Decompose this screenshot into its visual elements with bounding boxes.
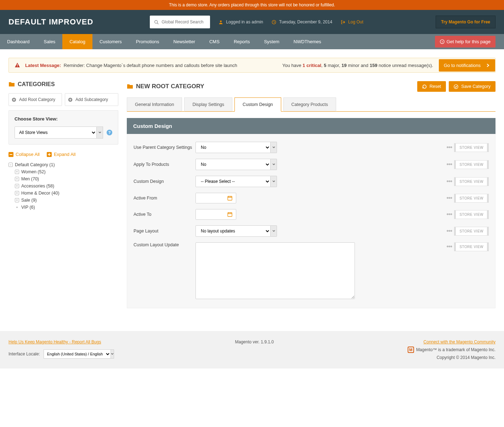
scope-dots-icon: ••• xyxy=(446,161,452,168)
tree-expand-icon[interactable]: + xyxy=(15,170,19,174)
sidebar: CATEGORIES Add Root Category Add Subcate… xyxy=(9,81,118,211)
sidebar-title: CATEGORIES xyxy=(9,81,118,88)
tree-node-men[interactable]: +Men (70) xyxy=(15,175,118,182)
tab-general-information[interactable]: General Information xyxy=(127,97,182,112)
chevron-down-icon xyxy=(272,146,275,149)
nav-reports[interactable]: Reports xyxy=(227,34,257,49)
logged-in-text: Logged in as admin xyxy=(226,19,263,24)
collapse-all-button[interactable]: Collapse All xyxy=(9,152,40,157)
nav-customers[interactable]: Customers xyxy=(92,34,129,49)
try-magento-button[interactable]: Try Magento Go for Free xyxy=(436,16,495,28)
chevron-down-icon xyxy=(272,163,275,166)
tree-collapse-icon[interactable]: − xyxy=(9,163,13,167)
message-text: Reminder: Change Magento`s default phone… xyxy=(62,63,237,68)
tree-expand-icon[interactable]: + xyxy=(15,191,19,195)
svg-point-2 xyxy=(220,20,222,22)
tab-display-settings[interactable]: Display Settings xyxy=(184,97,232,112)
select-dropdown-button[interactable] xyxy=(97,127,103,139)
select-dropdown-button[interactable] xyxy=(271,142,277,153)
report-bugs-link[interactable]: Help Us Keep Magento Healthy - Report Al… xyxy=(9,339,101,344)
calendar-icon[interactable] xyxy=(227,212,236,217)
select-page-layout[interactable]: No layout updates xyxy=(196,225,271,237)
tree-node-home-decor[interactable]: +Home & Decor (40) xyxy=(15,190,118,197)
message-counts: You have 1 critical, 5 major, 19 minor a… xyxy=(282,63,433,68)
warning-icon xyxy=(15,62,20,68)
input-active-to[interactable] xyxy=(196,209,227,219)
scope-dots-icon: ••• xyxy=(446,243,452,251)
search-input[interactable] xyxy=(162,19,204,24)
help-button[interactable]: ? Get help for this page xyxy=(435,36,495,47)
category-tree: − Default Category (1) +Women (52) +Men … xyxy=(9,161,118,211)
scope-label: STORE VIEW xyxy=(454,242,489,251)
nav-catalog[interactable]: Catalog xyxy=(62,34,92,49)
tree-root[interactable]: − Default Category (1) xyxy=(9,161,118,168)
locale-select[interactable]: English (United States) / English xyxy=(44,349,111,359)
select-dropdown-button[interactable] xyxy=(271,176,277,187)
svg-rect-16 xyxy=(228,196,232,200)
chevron-right-icon xyxy=(486,63,490,68)
tree-expand-icon[interactable]: + xyxy=(15,177,19,181)
page-title: NEW ROOT CATEGORY xyxy=(127,83,204,90)
nav-newsletter[interactable]: Newsletter xyxy=(166,34,202,49)
demo-banner: This is a demo store. Any orders placed … xyxy=(0,0,504,10)
add-subcategory-button[interactable]: Add Subcategory xyxy=(65,93,118,106)
store-view-select[interactable]: All Store Views xyxy=(15,127,97,139)
scope-label: STORE VIEW xyxy=(454,143,489,152)
svg-point-15 xyxy=(454,84,458,88)
select-apply-products[interactable]: No xyxy=(196,159,271,170)
plus-circle-icon xyxy=(68,97,73,102)
label-active-from: Active From xyxy=(134,196,196,201)
input-active-from[interactable] xyxy=(196,193,227,203)
add-root-category-button[interactable]: Add Root Category xyxy=(9,93,62,106)
tree-node-sale[interactable]: +Sale (9) xyxy=(15,197,118,204)
folder-icon xyxy=(9,82,15,87)
tree-expand-icon[interactable]: + xyxy=(15,198,19,202)
scope-dots-icon: ••• xyxy=(446,178,452,185)
footer: Help Us Keep Magento Healthy - Report Al… xyxy=(0,331,504,369)
store-help-icon[interactable]: ? xyxy=(107,130,112,135)
textarea-layout-update[interactable] xyxy=(196,242,355,299)
select-custom-design[interactable]: -- Please Select -- xyxy=(196,176,271,187)
community-link[interactable]: Connect with the Magento Community xyxy=(424,339,495,344)
logout-link[interactable]: Log Out xyxy=(341,19,363,24)
scope-label: STORE VIEW xyxy=(454,227,489,236)
select-dropdown-button[interactable] xyxy=(271,159,277,170)
version-text: Magento ver. 1.9.1.0 xyxy=(235,339,273,360)
help-text: Get help for this page xyxy=(447,39,491,44)
nav-system[interactable]: System xyxy=(257,34,286,49)
nav-dashboard[interactable]: Dashboard xyxy=(0,34,37,49)
plus-circle-icon xyxy=(12,97,16,102)
content: NEW ROOT CATEGORY Reset Save Category Ge… xyxy=(127,81,495,308)
global-search[interactable] xyxy=(150,16,210,28)
scope-dots-icon: ••• xyxy=(446,144,452,151)
help-icon: ? xyxy=(440,39,444,44)
select-dropdown-button[interactable] xyxy=(271,225,277,237)
save-category-button[interactable]: Save Category xyxy=(449,81,495,92)
tree-node-women[interactable]: +Women (52) xyxy=(15,168,118,175)
select-use-parent[interactable]: No xyxy=(196,142,271,153)
header: DEFAULT IMPROVED Logged in as admin Tues… xyxy=(0,10,504,34)
nav-sales[interactable]: Sales xyxy=(37,34,63,49)
expand-all-button[interactable]: Expand All xyxy=(47,152,75,157)
svg-rect-11 xyxy=(10,154,12,155)
store-view-box: Choose Store View: All Store Views ? xyxy=(9,110,118,145)
tree-expand-icon[interactable]: + xyxy=(15,184,19,188)
label-use-parent: Use Parent Category Settings xyxy=(134,145,196,150)
tab-category-products[interactable]: Category Products xyxy=(283,97,336,112)
copyright-text: Copyright © 2014 Magento Inc. xyxy=(437,355,495,360)
nav-cms[interactable]: CMS xyxy=(202,34,227,49)
date-text: Tuesday, December 9, 2014 xyxy=(279,19,332,24)
nav-nwdthemes[interactable]: NWDThemes xyxy=(287,34,328,49)
reset-button[interactable]: Reset xyxy=(417,81,446,92)
tabs: General Information Display Settings Cus… xyxy=(127,97,495,112)
tree-node-accessories[interactable]: +Accessories (58) xyxy=(15,182,118,190)
tab-custom-design[interactable]: Custom Design xyxy=(234,97,281,112)
select-dropdown-button[interactable] xyxy=(111,349,114,359)
logout-text: Log Out xyxy=(348,19,363,24)
tree-node-vip[interactable]: VIP (6) xyxy=(15,204,118,211)
go-notifications-button[interactable]: Go to notifications xyxy=(439,59,495,72)
scope-label: STORE VIEW xyxy=(454,177,489,186)
nav-promotions[interactable]: Promotions xyxy=(129,34,166,49)
calendar-icon[interactable] xyxy=(227,196,236,201)
chevron-down-icon xyxy=(272,180,275,183)
